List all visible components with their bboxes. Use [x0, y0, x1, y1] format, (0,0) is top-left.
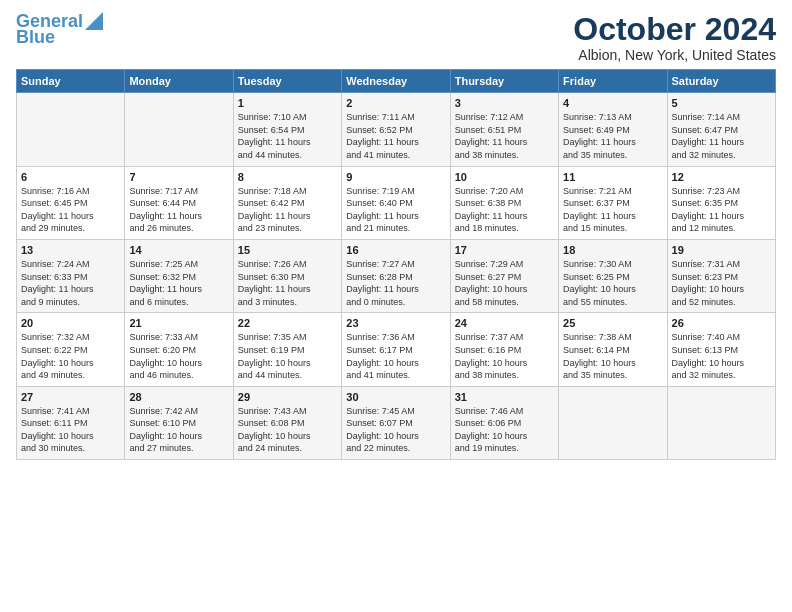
day-info: Sunrise: 7:29 AM Sunset: 6:27 PM Dayligh…: [455, 258, 554, 308]
day-number: 23: [346, 317, 445, 329]
day-info: Sunrise: 7:35 AM Sunset: 6:19 PM Dayligh…: [238, 331, 337, 381]
week-row-1: 1Sunrise: 7:10 AM Sunset: 6:54 PM Daylig…: [17, 93, 776, 166]
calendar-cell: [559, 386, 667, 459]
calendar-cell: 31Sunrise: 7:46 AM Sunset: 6:06 PM Dayli…: [450, 386, 558, 459]
day-info: Sunrise: 7:18 AM Sunset: 6:42 PM Dayligh…: [238, 185, 337, 235]
day-number: 29: [238, 391, 337, 403]
day-number: 5: [672, 97, 771, 109]
header: General Blue October 2024 Albion, New Yo…: [16, 12, 776, 63]
day-info: Sunrise: 7:41 AM Sunset: 6:11 PM Dayligh…: [21, 405, 120, 455]
header-row: SundayMondayTuesdayWednesdayThursdayFrid…: [17, 70, 776, 93]
logo-blue: Blue: [16, 28, 55, 48]
day-number: 28: [129, 391, 228, 403]
day-header-friday: Friday: [559, 70, 667, 93]
week-row-4: 20Sunrise: 7:32 AM Sunset: 6:22 PM Dayli…: [17, 313, 776, 386]
day-number: 30: [346, 391, 445, 403]
title-block: October 2024 Albion, New York, United St…: [573, 12, 776, 63]
calendar-cell: 11Sunrise: 7:21 AM Sunset: 6:37 PM Dayli…: [559, 166, 667, 239]
calendar-cell: 25Sunrise: 7:38 AM Sunset: 6:14 PM Dayli…: [559, 313, 667, 386]
day-info: Sunrise: 7:23 AM Sunset: 6:35 PM Dayligh…: [672, 185, 771, 235]
week-row-5: 27Sunrise: 7:41 AM Sunset: 6:11 PM Dayli…: [17, 386, 776, 459]
day-number: 1: [238, 97, 337, 109]
day-info: Sunrise: 7:33 AM Sunset: 6:20 PM Dayligh…: [129, 331, 228, 381]
day-info: Sunrise: 7:46 AM Sunset: 6:06 PM Dayligh…: [455, 405, 554, 455]
day-header-wednesday: Wednesday: [342, 70, 450, 93]
day-info: Sunrise: 7:43 AM Sunset: 6:08 PM Dayligh…: [238, 405, 337, 455]
day-info: Sunrise: 7:37 AM Sunset: 6:16 PM Dayligh…: [455, 331, 554, 381]
calendar-cell: 20Sunrise: 7:32 AM Sunset: 6:22 PM Dayli…: [17, 313, 125, 386]
calendar-cell: 27Sunrise: 7:41 AM Sunset: 6:11 PM Dayli…: [17, 386, 125, 459]
week-row-2: 6Sunrise: 7:16 AM Sunset: 6:45 PM Daylig…: [17, 166, 776, 239]
day-number: 26: [672, 317, 771, 329]
day-info: Sunrise: 7:40 AM Sunset: 6:13 PM Dayligh…: [672, 331, 771, 381]
calendar-cell: 7Sunrise: 7:17 AM Sunset: 6:44 PM Daylig…: [125, 166, 233, 239]
week-row-3: 13Sunrise: 7:24 AM Sunset: 6:33 PM Dayli…: [17, 239, 776, 312]
day-info: Sunrise: 7:38 AM Sunset: 6:14 PM Dayligh…: [563, 331, 662, 381]
day-number: 10: [455, 171, 554, 183]
day-number: 8: [238, 171, 337, 183]
day-number: 21: [129, 317, 228, 329]
day-info: Sunrise: 7:21 AM Sunset: 6:37 PM Dayligh…: [563, 185, 662, 235]
day-header-saturday: Saturday: [667, 70, 775, 93]
calendar-cell: 29Sunrise: 7:43 AM Sunset: 6:08 PM Dayli…: [233, 386, 341, 459]
day-info: Sunrise: 7:30 AM Sunset: 6:25 PM Dayligh…: [563, 258, 662, 308]
calendar-cell: 17Sunrise: 7:29 AM Sunset: 6:27 PM Dayli…: [450, 239, 558, 312]
calendar-cell: 5Sunrise: 7:14 AM Sunset: 6:47 PM Daylig…: [667, 93, 775, 166]
day-info: Sunrise: 7:27 AM Sunset: 6:28 PM Dayligh…: [346, 258, 445, 308]
day-number: 24: [455, 317, 554, 329]
day-info: Sunrise: 7:26 AM Sunset: 6:30 PM Dayligh…: [238, 258, 337, 308]
day-number: 22: [238, 317, 337, 329]
day-info: Sunrise: 7:17 AM Sunset: 6:44 PM Dayligh…: [129, 185, 228, 235]
calendar-cell: 2Sunrise: 7:11 AM Sunset: 6:52 PM Daylig…: [342, 93, 450, 166]
logo: General Blue: [16, 12, 103, 48]
day-header-tuesday: Tuesday: [233, 70, 341, 93]
calendar-cell: 6Sunrise: 7:16 AM Sunset: 6:45 PM Daylig…: [17, 166, 125, 239]
month-title: October 2024: [573, 12, 776, 47]
svg-marker-0: [85, 12, 103, 30]
calendar-cell: [125, 93, 233, 166]
calendar-cell: 9Sunrise: 7:19 AM Sunset: 6:40 PM Daylig…: [342, 166, 450, 239]
calendar-cell: 1Sunrise: 7:10 AM Sunset: 6:54 PM Daylig…: [233, 93, 341, 166]
calendar-cell: [667, 386, 775, 459]
calendar-table: SundayMondayTuesdayWednesdayThursdayFrid…: [16, 69, 776, 460]
main-container: General Blue October 2024 Albion, New Yo…: [0, 0, 792, 468]
day-number: 7: [129, 171, 228, 183]
day-number: 11: [563, 171, 662, 183]
day-info: Sunrise: 7:13 AM Sunset: 6:49 PM Dayligh…: [563, 111, 662, 161]
day-number: 27: [21, 391, 120, 403]
calendar-cell: 15Sunrise: 7:26 AM Sunset: 6:30 PM Dayli…: [233, 239, 341, 312]
day-info: Sunrise: 7:11 AM Sunset: 6:52 PM Dayligh…: [346, 111, 445, 161]
location: Albion, New York, United States: [573, 47, 776, 63]
day-info: Sunrise: 7:45 AM Sunset: 6:07 PM Dayligh…: [346, 405, 445, 455]
day-number: 16: [346, 244, 445, 256]
day-number: 13: [21, 244, 120, 256]
calendar-cell: 3Sunrise: 7:12 AM Sunset: 6:51 PM Daylig…: [450, 93, 558, 166]
day-header-sunday: Sunday: [17, 70, 125, 93]
day-info: Sunrise: 7:31 AM Sunset: 6:23 PM Dayligh…: [672, 258, 771, 308]
calendar-cell: 26Sunrise: 7:40 AM Sunset: 6:13 PM Dayli…: [667, 313, 775, 386]
day-number: 6: [21, 171, 120, 183]
day-number: 15: [238, 244, 337, 256]
day-number: 25: [563, 317, 662, 329]
calendar-cell: 23Sunrise: 7:36 AM Sunset: 6:17 PM Dayli…: [342, 313, 450, 386]
day-info: Sunrise: 7:42 AM Sunset: 6:10 PM Dayligh…: [129, 405, 228, 455]
calendar-cell: 18Sunrise: 7:30 AM Sunset: 6:25 PM Dayli…: [559, 239, 667, 312]
calendar-cell: 19Sunrise: 7:31 AM Sunset: 6:23 PM Dayli…: [667, 239, 775, 312]
day-number: 19: [672, 244, 771, 256]
calendar-cell: 10Sunrise: 7:20 AM Sunset: 6:38 PM Dayli…: [450, 166, 558, 239]
logo-arrow-icon: [85, 12, 103, 30]
day-number: 31: [455, 391, 554, 403]
day-number: 20: [21, 317, 120, 329]
calendar-cell: 4Sunrise: 7:13 AM Sunset: 6:49 PM Daylig…: [559, 93, 667, 166]
calendar-cell: 28Sunrise: 7:42 AM Sunset: 6:10 PM Dayli…: [125, 386, 233, 459]
day-number: 4: [563, 97, 662, 109]
calendar-cell: 14Sunrise: 7:25 AM Sunset: 6:32 PM Dayli…: [125, 239, 233, 312]
day-number: 18: [563, 244, 662, 256]
calendar-cell: 30Sunrise: 7:45 AM Sunset: 6:07 PM Dayli…: [342, 386, 450, 459]
day-info: Sunrise: 7:20 AM Sunset: 6:38 PM Dayligh…: [455, 185, 554, 235]
day-number: 17: [455, 244, 554, 256]
day-info: Sunrise: 7:24 AM Sunset: 6:33 PM Dayligh…: [21, 258, 120, 308]
calendar-cell: 21Sunrise: 7:33 AM Sunset: 6:20 PM Dayli…: [125, 313, 233, 386]
calendar-cell: 16Sunrise: 7:27 AM Sunset: 6:28 PM Dayli…: [342, 239, 450, 312]
day-header-thursday: Thursday: [450, 70, 558, 93]
